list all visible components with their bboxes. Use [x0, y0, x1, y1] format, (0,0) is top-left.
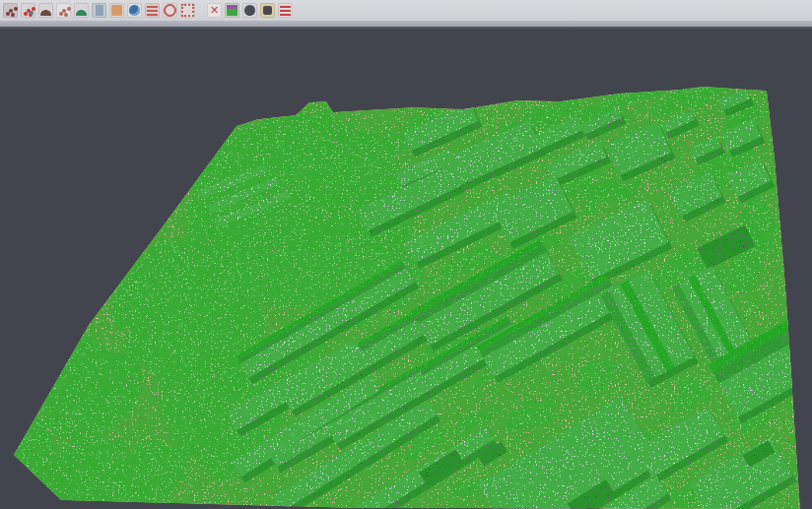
- main-toolbar: ✕: [0, 0, 812, 21]
- align-points-icon[interactable]: [21, 3, 35, 18]
- application-window: ✕: [0, 0, 812, 509]
- hourglass-tool-icon[interactable]: [260, 3, 275, 18]
- toolbar-shadow: [0, 21, 812, 29]
- target-ring-icon[interactable]: [163, 3, 177, 18]
- red-table-icon[interactable]: [145, 3, 160, 18]
- selection-corners-icon[interactable]: [180, 3, 195, 18]
- red-stripes-icon[interactable]: [278, 3, 293, 18]
- globe-icon[interactable]: [127, 3, 142, 18]
- terrain-green-icon[interactable]: [74, 3, 89, 18]
- ortho-tile-icon[interactable]: [109, 3, 124, 18]
- point-cloud-render: [0, 29, 812, 509]
- toolbar-separator: [198, 3, 204, 18]
- maroon-points-icon[interactable]: [3, 3, 18, 18]
- dark-sphere-icon[interactable]: [242, 3, 257, 18]
- 3d-viewport[interactable]: [0, 29, 812, 509]
- terrain-mesh: [0, 77, 812, 509]
- terrain-brown-icon[interactable]: [38, 3, 53, 18]
- clear-selection-icon[interactable]: ✕: [207, 3, 222, 18]
- classification-map-icon[interactable]: [225, 3, 239, 18]
- sparse-points-icon[interactable]: [56, 3, 71, 18]
- section-view-icon[interactable]: [92, 3, 106, 18]
